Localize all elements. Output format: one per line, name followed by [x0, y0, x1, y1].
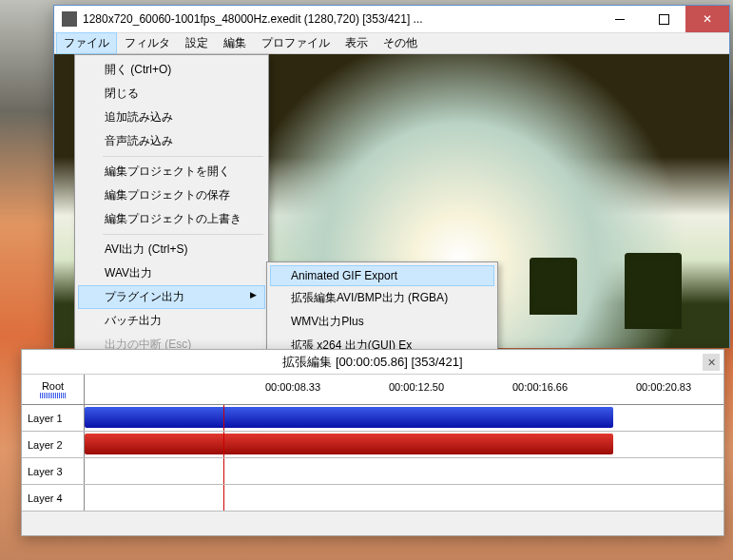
playhead[interactable]	[223, 405, 224, 431]
layer-label[interactable]: Layer 1	[22, 405, 85, 431]
timeline-ruler[interactable]: 00:00:08.33 00:00:12.50 00:00:16.66 00:0…	[85, 375, 723, 404]
submenu-animated-gif[interactable]: Animated GIF Export	[270, 265, 494, 286]
tick: 00:00:20.83	[636, 381, 691, 393]
audio-clip[interactable]	[85, 434, 613, 454]
timeline-layer-3: Layer 3	[22, 458, 723, 485]
maximize-button[interactable]	[642, 6, 685, 32]
menu-settings[interactable]: 設定	[178, 32, 216, 54]
minimize-button[interactable]	[598, 6, 642, 32]
menu-plugin-output[interactable]: プラグイン出力	[78, 285, 265, 309]
root-label-text: Root	[42, 380, 64, 392]
timeline-title[interactable]: 拡張編集 [00:00:05.86] [353/421] ✕	[22, 350, 723, 375]
close-button[interactable]	[685, 6, 729, 32]
menu-audio-load[interactable]: 音声読み込み	[78, 129, 265, 153]
playhead[interactable]	[223, 432, 224, 457]
menu-file[interactable]: ファイル	[56, 32, 117, 54]
window-title: 1280x720_60060-1001fps_48000Hz.exedit (1…	[83, 12, 598, 26]
menu-other[interactable]: その他	[376, 32, 425, 54]
menu-view[interactable]: 表示	[338, 32, 376, 54]
timeline-layer-2: Layer 2	[22, 432, 723, 458]
app-icon	[62, 11, 77, 27]
menu-profile[interactable]: プロファイル	[254, 32, 338, 54]
menu-separator	[103, 156, 263, 157]
menubar: ファイル フィルタ 設定 編集 プロファイル 表示 その他	[54, 33, 729, 54]
titlebar[interactable]: 1280x720_60060-1001fps_48000Hz.exedit (1…	[54, 6, 729, 33]
tick: 00:00:12.50	[389, 381, 444, 393]
menu-overwrite-project[interactable]: 編集プロジェクトの上書き	[78, 207, 265, 231]
tick: 00:00:16.66	[512, 381, 568, 393]
playhead[interactable]	[223, 458, 224, 484]
menu-filter[interactable]: フィルタ	[117, 32, 178, 54]
timeline-window: 拡張編集 [00:00:05.86] [353/421] ✕ Root 00:0…	[21, 349, 724, 536]
menu-separator	[103, 234, 263, 235]
layer-track[interactable]	[85, 458, 723, 484]
timeline-root-label: Root	[22, 375, 85, 404]
timeline-close-button[interactable]: ✕	[703, 354, 720, 371]
layer-label[interactable]: Layer 4	[22, 485, 85, 511]
tick: 00:00:08.33	[265, 381, 320, 393]
menu-close-file[interactable]: 閉じる	[78, 82, 265, 106]
menu-add-load[interactable]: 追加読み込み	[78, 106, 265, 129]
submenu-avi-bmp[interactable]: 拡張編集AVI/BMP出力 (RGBA)	[270, 286, 494, 310]
window-controls	[598, 6, 729, 32]
menu-open-project[interactable]: 編集プロジェクトを開く	[78, 160, 265, 183]
layer-track[interactable]	[85, 405, 723, 431]
layer-track[interactable]	[85, 432, 723, 457]
menu-batch-output[interactable]: バッチ出力	[78, 309, 265, 333]
timeline-layer-4: Layer 4	[22, 485, 723, 512]
plugin-output-submenu: Animated GIF Export 拡張編集AVI/BMP出力 (RGBA)…	[266, 261, 498, 361]
menu-avi-output[interactable]: AVI出力 (Ctrl+S)	[78, 238, 265, 261]
menu-open[interactable]: 開く (Ctrl+O)	[78, 58, 265, 82]
layer-label[interactable]: Layer 3	[22, 458, 85, 484]
timeline-header: Root 00:00:08.33 00:00:12.50 00:00:16.66…	[22, 375, 723, 405]
layer-track[interactable]	[85, 485, 723, 511]
playhead[interactable]	[223, 485, 224, 511]
timeline-title-text: 拡張編集 [00:00:05.86] [353/421]	[282, 354, 462, 371]
timeline-layer-1: Layer 1	[22, 405, 723, 432]
submenu-wmv-plus[interactable]: WMV出力Plus	[270, 310, 494, 334]
menu-wav-output[interactable]: WAV出力	[78, 261, 265, 285]
video-clip[interactable]	[85, 407, 613, 428]
menu-edit[interactable]: 編集	[216, 32, 254, 54]
layer-label[interactable]: Layer 2	[22, 432, 85, 457]
menu-save-project[interactable]: 編集プロジェクトの保存	[78, 183, 265, 207]
